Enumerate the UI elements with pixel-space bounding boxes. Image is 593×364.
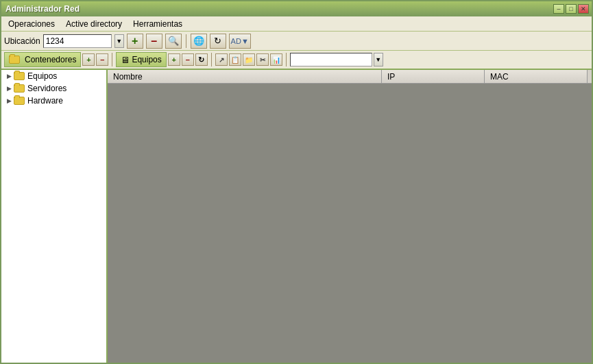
window-controls: – □ ✕ — [553, 4, 589, 14]
ubicacion-remove-button[interactable]: – — [146, 34, 162, 49]
ubicacion-input[interactable] — [43, 34, 112, 48]
contenedores-add-btn[interactable]: + — [82, 53, 95, 66]
contenedores-label: Contenedores — [25, 55, 76, 64]
action-icon-5: 📊 — [272, 56, 280, 64]
minimize-button[interactable]: – — [553, 4, 564, 14]
action-btn-3[interactable]: 📁 — [243, 53, 255, 66]
toolbar2-sep — [112, 53, 112, 66]
equipos-remove-btn[interactable]: – — [182, 53, 194, 66]
tree-label-servidores: Servidores — [27, 84, 66, 93]
table-panel: Nombre IP MAC — [108, 70, 592, 363]
close-button[interactable]: ✕ — [578, 4, 589, 14]
action-icon-1: ↗ — [219, 56, 224, 64]
ubicacion-search-button[interactable]: 🔍 — [165, 34, 182, 49]
menu-active-directory[interactable]: Active directory — [60, 18, 128, 30]
tree-item-equipos[interactable]: ▶ Equipos — [1, 70, 106, 82]
minus-icon: – — [151, 35, 157, 47]
tree-arrow-servidores: ▶ — [4, 84, 14, 93]
globe-icon: 🌐 — [193, 36, 204, 46]
col-header-nombre[interactable]: Nombre — [108, 70, 382, 83]
network-button-1[interactable]: 🌐 — [191, 34, 207, 49]
refresh-icon: ↻ — [214, 36, 221, 46]
maximize-button[interactable]: □ — [566, 4, 577, 14]
action-icon-3: 📁 — [245, 56, 253, 64]
equipos-refresh-icon: ↻ — [198, 56, 204, 64]
window-title: Administrador Red — [5, 4, 80, 14]
computer-icon: 🖥 — [121, 55, 130, 65]
network-button-2[interactable]: ↻ — [210, 34, 226, 49]
equipos-filter-input[interactable] — [290, 53, 372, 66]
menubar: Operaciones Active directory Herramienta… — [1, 16, 592, 32]
col-header-ip[interactable]: IP — [382, 70, 485, 83]
toolbar-ubicacion: Ubicación ▼ + – 🔍 🌐 ↻ AD▼ — [1, 32, 592, 51]
equipos-plus-icon: + — [172, 56, 176, 64]
tree-arrow-hardware: ▶ — [4, 96, 14, 106]
action-btn-4[interactable]: ✂ — [256, 53, 269, 66]
tree-label-equipos: Equipos — [27, 71, 57, 81]
action-btn-2[interactable]: 📋 — [229, 53, 241, 66]
folder-hardware-icon — [14, 97, 25, 105]
ubicacion-label: Ubicación — [4, 36, 40, 46]
search-icon: 🔍 — [168, 36, 179, 46]
main-area: ▶ Equipos ▶ Servidores ▶ Hardware Nombre… — [1, 70, 592, 363]
equipos-minus-icon: – — [186, 56, 190, 64]
table-header: Nombre IP MAC — [108, 70, 592, 84]
action-icon-4: ✂ — [260, 56, 265, 64]
toolbar-sections: Contenedores + – 🖥 Equipos + – ↻ ↗ 📋 — [1, 51, 592, 70]
minus-small-icon: – — [100, 56, 104, 64]
equipos-filter-dropdown-arrow[interactable]: ▼ — [374, 53, 383, 66]
equipos-label: Equipos — [132, 55, 161, 64]
tree-item-hardware[interactable]: ▶ Hardware — [1, 95, 106, 107]
tree-item-servidores[interactable]: ▶ Servidores — [1, 82, 106, 95]
action-btn-5[interactable]: 📊 — [270, 53, 282, 66]
folder-icon — [9, 56, 20, 64]
menu-herramientas[interactable]: Herramientas — [128, 18, 188, 30]
contenedores-remove-btn[interactable]: – — [96, 53, 108, 66]
menu-operaciones[interactable]: Operaciones — [3, 18, 60, 30]
action-btn-1[interactable]: ↗ — [215, 53, 228, 66]
contenedores-tab[interactable]: Contenedores — [4, 52, 81, 67]
sync-icon: AD▼ — [231, 37, 249, 45]
tree-arrow-equipos: ▶ — [4, 71, 14, 81]
folder-servidores-icon — [14, 84, 25, 93]
plus-icon: + — [132, 35, 138, 47]
ubicacion-dropdown-arrow[interactable]: ▼ — [114, 34, 124, 48]
action-icon-2: 📋 — [231, 56, 239, 64]
col-header-mac[interactable]: MAC — [485, 70, 588, 83]
ubicacion-add-button[interactable]: + — [127, 34, 143, 49]
toolbar2-sep2 — [211, 53, 212, 66]
titlebar: Administrador Red – □ ✕ — [1, 1, 592, 16]
equipos-tab[interactable]: 🖥 Equipos — [116, 52, 166, 67]
main-window: Administrador Red – □ ✕ Operaciones Acti… — [0, 0, 593, 364]
plus-small-icon: + — [86, 56, 90, 64]
equipos-refresh-btn[interactable]: ↻ — [195, 53, 208, 66]
tree-panel: ▶ Equipos ▶ Servidores ▶ Hardware — [1, 70, 108, 363]
tree-label-hardware: Hardware — [27, 96, 63, 106]
table-body — [108, 84, 592, 358]
equipos-add-btn[interactable]: + — [168, 53, 180, 66]
folder-equipos-icon — [14, 72, 25, 80]
network-button-3[interactable]: AD▼ — [229, 34, 251, 49]
toolbar-sep-1 — [186, 34, 186, 48]
toolbar2-sep3 — [286, 53, 287, 66]
